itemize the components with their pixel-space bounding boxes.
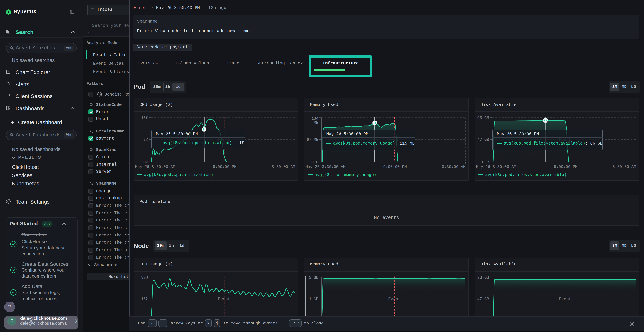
svg-text:0%: 0% bbox=[143, 160, 148, 164]
svg-text:0 B: 0 B bbox=[482, 160, 489, 164]
svg-text:9:00:00 PM: 9:00:00 PM bbox=[383, 165, 407, 169]
svg-text:134: 134 bbox=[312, 116, 318, 121]
svg-text:May 26 8:30:00 AM: May 26 8:30:00 AM bbox=[476, 165, 516, 169]
svg-text:8:30:00 AM: 8:30:00 AM bbox=[442, 165, 466, 169]
svg-text:67 MB: 67 MB bbox=[306, 138, 318, 142]
svg-text:16%: 16% bbox=[141, 116, 148, 120]
svg-text:47 GB: 47 GB bbox=[477, 138, 489, 142]
svg-text:8%: 8% bbox=[143, 138, 148, 142]
svg-text:8:30:00 AM: 8:30:00 AM bbox=[612, 165, 636, 169]
svg-text:16%: 16% bbox=[141, 297, 148, 302]
svg-text:93 GB: 93 GB bbox=[477, 116, 489, 120]
svg-text:May 26 8:30:00 AM: May 26 8:30:00 AM bbox=[135, 165, 175, 169]
svg-text:0 B: 0 B bbox=[312, 160, 318, 164]
svg-text:May 26 8:30:00 AM: May 26 8:30:00 AM bbox=[305, 165, 346, 169]
svg-text:8:30:00 AM: 8:30:00 AM bbox=[271, 165, 295, 169]
svg-text:47 GB: 47 GB bbox=[477, 297, 489, 302]
svg-text:MB: MB bbox=[314, 120, 318, 125]
svg-text:9:00:00 PM: 9:00:00 PM bbox=[213, 165, 236, 169]
svg-text:93 GB: 93 GB bbox=[477, 275, 489, 280]
svg-text:9:00:00 PM: 9:00:00 PM bbox=[554, 165, 578, 169]
svg-text:3 GB: 3 GB bbox=[309, 275, 318, 280]
svg-text:1 GB: 1 GB bbox=[309, 297, 318, 302]
svg-text:32%: 32% bbox=[141, 275, 148, 280]
